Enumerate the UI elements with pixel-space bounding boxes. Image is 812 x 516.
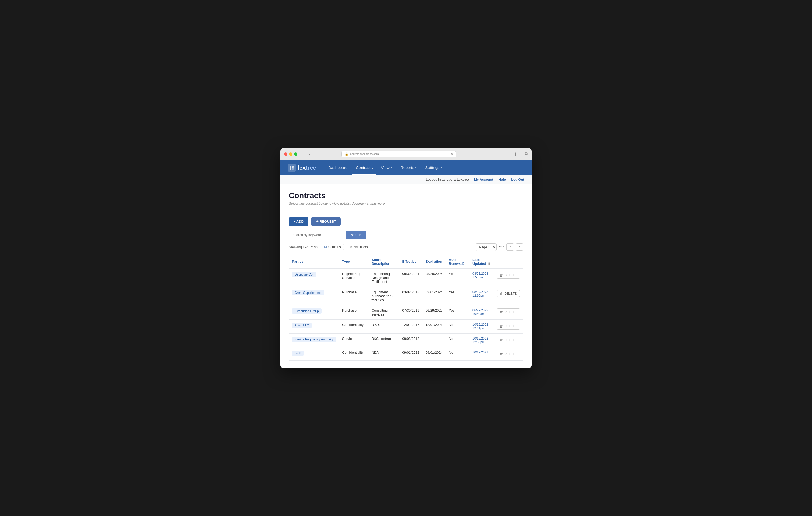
my-account-link[interactable]: My Account [474, 178, 493, 181]
search-input[interactable] [289, 231, 346, 239]
cell-type: Service [339, 333, 368, 347]
filter-right: Page 1 Page 2 Page 3 Page 4 of 4 ‹ › [475, 243, 523, 251]
delete-button[interactable]: 🗑 DELETE [496, 290, 520, 297]
col-last-updated[interactable]: Last Updated ⇅ [469, 255, 493, 269]
party-badge[interactable]: Florida Regulatory Authority [292, 337, 336, 342]
cell-description: B & C [369, 320, 399, 333]
party-badge[interactable]: Devpulse Co. [292, 272, 316, 277]
close-dot[interactable] [284, 152, 288, 156]
col-effective[interactable]: Effective [399, 255, 423, 269]
cell-expiration: 09/01/2024 [423, 347, 446, 361]
trash-icon: 🗑 [500, 310, 503, 314]
cell-expiration: 03/01/2024 [423, 287, 446, 305]
table-row: Devpulse Co. Engineering Services Engine… [289, 269, 523, 287]
log-out-link[interactable]: Log Out [511, 178, 524, 181]
party-badge[interactable]: Agivu LLC [292, 323, 312, 328]
cell-delete: 🗑 DELETE [493, 347, 523, 361]
cell-auto-renewal: No [446, 347, 469, 361]
add-filters-button[interactable]: ⧉ Add filters [347, 244, 371, 250]
columns-button[interactable]: ☑ Columns [321, 244, 344, 250]
party-badge[interactable]: B&C [292, 351, 304, 356]
date-link[interactable]: 10/12/2022 12:38pm [472, 337, 490, 344]
cell-auto-renewal: No [446, 320, 469, 333]
cell-auto-renewal: Yes [446, 269, 469, 287]
filter-left: Showing 1-25 of 92 ☑ Columns ⧉ Add filte… [289, 244, 371, 250]
cell-auto-renewal: No [446, 333, 469, 347]
share-icon[interactable]: ⬆ [513, 151, 517, 157]
cell-type: Confidentiality [339, 347, 368, 361]
trash-icon: 🗑 [500, 273, 503, 277]
col-parties[interactable]: Parties [289, 255, 339, 269]
windows-icon[interactable]: ⧉ [525, 151, 528, 157]
minimize-dot[interactable] [289, 152, 292, 156]
columns-label: Columns [328, 245, 341, 249]
delete-button[interactable]: 🗑 DELETE [496, 272, 520, 279]
back-button[interactable]: ‹ [301, 151, 306, 157]
cell-party: B&C [289, 347, 339, 361]
browser-actions: ⬆ + ⧉ [513, 151, 528, 157]
cell-party: Great Supplier, Inc. [289, 287, 339, 305]
address-bar[interactable]: 🔒 berkmansolutions.com ↻ [341, 151, 457, 157]
new-tab-icon[interactable]: + [520, 151, 522, 157]
col-actions [493, 255, 523, 269]
cell-last-updated: 08/02/2023 12:10pm [469, 287, 493, 305]
browser-chrome: ‹ › 🔒 berkmansolutions.com ↻ ⬆ + ⧉ [281, 148, 531, 160]
nav-reports-arrow: ▾ [415, 166, 417, 169]
table-row: Agivu LLC Confidentiality B & C 12/01/20… [289, 320, 523, 333]
user-name: Laura Lextree [446, 178, 469, 181]
date-link[interactable]: 10/12/2022 [472, 351, 490, 354]
date-link[interactable]: 06/27/2023 10:49am [472, 308, 490, 316]
next-page-button[interactable]: › [516, 243, 523, 251]
nav-view-label: View [381, 165, 389, 170]
cell-effective: 08/08/2018 [399, 333, 423, 347]
cell-expiration: 08/29/2025 [423, 269, 446, 287]
nav-dashboard[interactable]: Dashboard [325, 160, 351, 175]
cell-party: Agivu LLC [289, 320, 339, 333]
date-link[interactable]: 08/02/2023 12:10pm [472, 290, 490, 298]
forward-button[interactable]: › [307, 151, 312, 157]
cell-effective: 07/30/2019 [399, 305, 423, 320]
delete-button[interactable]: 🗑 DELETE [496, 308, 520, 315]
nav-contracts[interactable]: Contracts [352, 160, 376, 175]
cell-last-updated: 10/12/2022 [469, 347, 493, 361]
date-link[interactable]: 10/12/2022 12:41pm [472, 323, 490, 330]
fullscreen-dot[interactable] [294, 152, 297, 156]
top-bar: Logged in as Laura Lextree - My Account … [281, 175, 531, 184]
reload-icon[interactable]: ↻ [451, 152, 453, 156]
request-button[interactable]: ✈ REQUEST [311, 217, 341, 226]
filter-icon: ⧉ [350, 245, 352, 249]
delete-button[interactable]: 🗑 DELETE [496, 337, 520, 343]
cell-type: Purchase [339, 287, 368, 305]
delete-button[interactable]: 🗑 DELETE [496, 323, 520, 330]
cell-effective: 12/01/2017 [399, 320, 423, 333]
col-type[interactable]: Type [339, 255, 368, 269]
table-row: Florida Regulatory Authority Service B&C… [289, 333, 523, 347]
col-description[interactable]: Short Description [369, 255, 399, 269]
nav-dashboard-label: Dashboard [328, 165, 347, 170]
of-text: of 4 [499, 245, 504, 249]
search-button[interactable]: search [346, 231, 366, 239]
nav-view-arrow: ▾ [390, 166, 392, 169]
cell-delete: 🗑 DELETE [493, 287, 523, 305]
nav-view[interactable]: View ▾ [377, 160, 396, 175]
date-link[interactable]: 08/21/2023 1:55pm [472, 272, 490, 279]
nav-settings-arrow: ▾ [440, 166, 442, 169]
delete-button[interactable]: 🗑 DELETE [496, 351, 520, 357]
add-button[interactable]: + ADD [289, 217, 309, 226]
nav-settings[interactable]: Settings ▾ [422, 160, 445, 175]
col-expiration[interactable]: Expiration [423, 255, 446, 269]
table-row: Great Supplier, Inc. Purchase Equipment … [289, 287, 523, 305]
col-auto-renewal[interactable]: Auto-Renewal? [446, 255, 469, 269]
party-badge[interactable]: Great Supplier, Inc. [292, 290, 324, 295]
add-filters-label: Add filters [354, 245, 368, 249]
cell-description: Engineering Design and Fulfillment [369, 269, 399, 287]
page-select[interactable]: Page 1 Page 2 Page 3 Page 4 [475, 243, 496, 251]
nav-reports-label: Reports [401, 165, 414, 170]
prev-page-button[interactable]: ‹ [506, 243, 514, 251]
party-badge[interactable]: Fivebridge Group [292, 308, 321, 314]
cell-description: NDA [369, 347, 399, 361]
nav-reports[interactable]: Reports ▾ [397, 160, 420, 175]
logo[interactable]: lextree [288, 164, 316, 172]
lock-icon: 🔒 [345, 152, 348, 156]
help-link[interactable]: Help [499, 178, 506, 181]
